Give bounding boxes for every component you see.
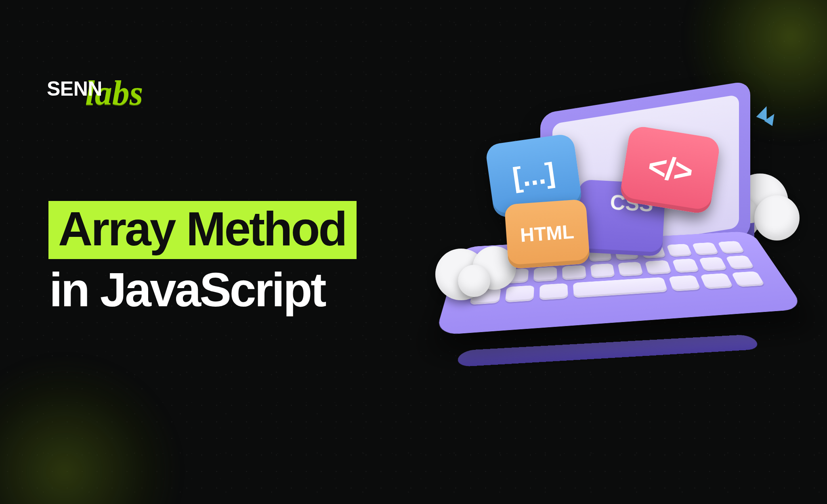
illustration: CSS [...] </> HTML — [442, 106, 797, 388]
tile-array-label: [...] — [510, 156, 557, 194]
brand-prefix: SENN — [47, 77, 102, 100]
tile-code-label: </> — [645, 147, 695, 191]
brand-logo: SENN labs — [47, 69, 143, 109]
title-block: Array Method in JavaScript — [48, 201, 357, 316]
tile-html-label: HTML — [519, 220, 575, 246]
title-highlight: Array Method — [48, 201, 357, 259]
glow-bottom-left — [0, 318, 218, 504]
title-subtitle: in JavaScript — [49, 263, 325, 316]
tile-html: HTML — [504, 199, 590, 269]
laptop-base-edge — [455, 334, 761, 367]
tile-code: </> — [619, 125, 721, 215]
